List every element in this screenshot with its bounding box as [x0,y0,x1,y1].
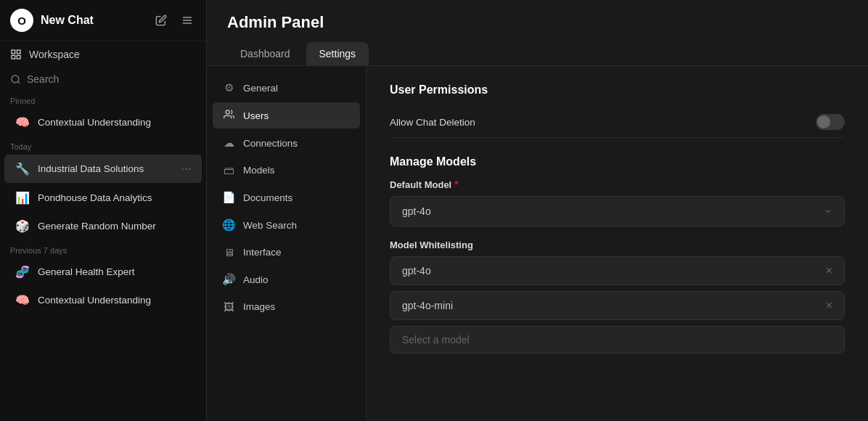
tab-bar: Dashboard Settings [227,42,848,65]
globe-icon: 🌐 [221,218,236,232]
general-nav-label: General [243,83,278,94]
chart-emoji: 📊 [15,191,30,205]
default-model-select[interactable]: gpt-4o [390,196,845,226]
allow-chat-deletion-toggle[interactable] [816,114,845,130]
whitelisted-model-gpt4o-mini: gpt-4o-mini × [390,291,845,320]
sidebar-item-workspace[interactable]: Workspace [0,41,206,68]
main-body: ⚙ General Users ☁ Connections [207,66,868,421]
remove-gpt4o-button[interactable]: × [826,264,832,277]
sidebar-item-pinned-contextual[interactable]: 🧠 Contextual Understanding [4,109,202,136]
interface-nav-label: Interface [243,247,282,258]
main-header: Admin Panel Dashboard Settings [207,0,868,66]
cloud-icon: ☁ [221,136,236,150]
search-label: Search [27,73,59,85]
gear-icon: ⚙ [221,81,236,94]
pondhouse-label: Pondhouse Data Analytics [38,192,152,203]
logo: O [10,9,33,32]
edit-icon[interactable] [152,12,170,29]
dna-emoji: 🧬 [15,265,30,279]
user-permissions-title: User Permissions [390,83,845,97]
model-gpt4o-mini-label: gpt-4o-mini [402,300,453,311]
menu-icon[interactable] [179,12,196,29]
toggle-knob [817,115,830,128]
add-model-select[interactable]: Select a model [390,326,845,353]
remove-gpt4o-mini-button[interactable]: × [826,299,832,312]
sidebar-item-random[interactable]: 🎲 Generate Random Number [4,213,202,240]
settings-nav: ⚙ General Users ☁ Connections [207,66,367,421]
svg-line-8 [17,81,20,83]
connections-nav-label: Connections [243,138,298,149]
images-nav-label: Images [243,301,275,312]
svg-rect-4 [17,50,20,54]
document-icon: 📄 [221,191,236,204]
dice-emoji: 🎲 [15,219,30,233]
websearch-nav-label: Web Search [243,220,297,231]
audio-icon: 🔊 [221,273,236,286]
main-panel: Admin Panel Dashboard Settings ⚙ General [207,0,868,421]
today-section-label: Today [0,136,206,154]
sidebar: O New Chat Workspace [0,0,207,421]
settings-nav-users[interactable]: Users [213,102,360,128]
image-icon: 🖼 [221,301,236,313]
contextual2-label: Contextual Understanding [38,295,151,306]
tab-settings[interactable]: Settings [306,42,369,65]
settings-nav-connections[interactable]: ☁ Connections [213,130,360,156]
workspace-label: Workspace [29,49,80,60]
models-nav-label: Models [243,165,275,176]
required-dot: * [454,179,458,190]
allow-chat-deletion-row: Allow Chat Deletion [390,107,845,138]
users-icon [221,109,236,122]
model-whitelisting-label: Model Whitelisting [390,240,845,250]
settings-nav-models[interactable]: 🗃 Models [213,158,360,183]
wrench-emoji: 🔧 [15,162,30,176]
brain-emoji-2: 🧠 [15,293,30,307]
database-icon: 🗃 [221,164,236,176]
model-gpt4o-label: gpt-4o [402,265,431,277]
users-nav-label: Users [243,110,269,121]
settings-nav-general[interactable]: ⚙ General [213,75,360,101]
sidebar-header-left: O New Chat [10,9,94,32]
documents-nav-label: Documents [243,192,292,203]
svg-rect-3 [12,50,15,54]
health-label: General Health Expert [38,266,135,277]
settings-nav-audio[interactable]: 🔊 Audio [213,266,360,293]
pinned-item-label: Contextual Understanding [38,117,151,128]
brain-emoji: 🧠 [15,115,30,129]
monitor-icon: 🖥 [221,246,236,258]
sidebar-item-search[interactable]: Search [0,68,206,91]
svg-rect-5 [12,55,15,59]
sidebar-item-pondhouse[interactable]: 📊 Pondhouse Data Analytics [4,184,202,211]
settings-nav-documents[interactable]: 📄 Documents [213,184,360,210]
svg-point-9 [226,110,229,114]
settings-content: User Permissions Allow Chat Deletion Man… [367,66,868,421]
settings-nav-interface[interactable]: 🖥 Interface [213,240,360,265]
prev7-section-label: Previous 7 days [0,240,206,258]
more-options-icon[interactable]: ··· [181,161,192,176]
pinned-section-label: Pinned [0,91,206,108]
whitelisted-model-gpt4o: gpt-4o × [390,256,845,285]
new-chat-label: New Chat [41,14,94,27]
manage-models-section: Manage Models Default Model * gpt-4o Mod… [390,155,845,353]
industrial-label: Industrial Data Solutions [38,163,144,174]
allow-chat-deletion-label: Allow Chat Deletion [390,117,475,128]
tab-dashboard[interactable]: Dashboard [227,42,303,65]
settings-nav-websearch[interactable]: 🌐 Web Search [213,212,360,238]
sidebar-item-health[interactable]: 🧬 General Health Expert [4,258,202,285]
svg-point-7 [12,75,19,82]
sidebar-header-icons [152,12,196,29]
audio-nav-label: Audio [243,274,269,285]
sidebar-item-contextual2[interactable]: 🧠 Contextual Understanding [4,287,202,314]
default-model-label: Default Model * [390,179,845,190]
page-title: Admin Panel [227,13,848,32]
manage-models-title: Manage Models [390,155,845,168]
random-label: Generate Random Number [38,221,156,232]
settings-nav-images[interactable]: 🖼 Images [213,294,360,319]
svg-rect-6 [17,55,20,59]
sidebar-item-industrial[interactable]: 🔧 Industrial Data Solutions ··· [4,155,202,183]
default-model-value: gpt-4o [402,205,431,217]
sidebar-header: O New Chat [0,0,206,41]
